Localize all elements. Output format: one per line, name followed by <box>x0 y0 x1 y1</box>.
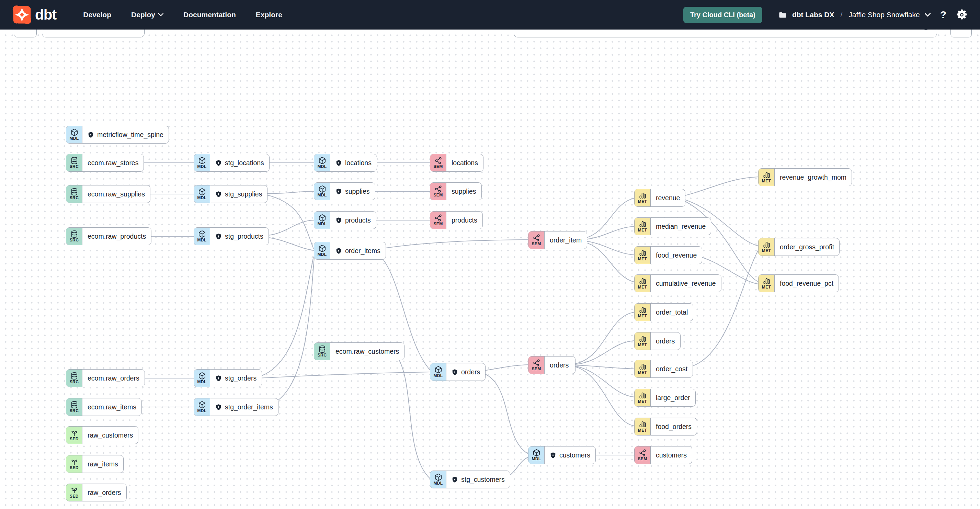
network-icon: SEM <box>528 356 545 374</box>
shield-icon <box>336 188 342 195</box>
graph-node-met-orders[interactable]: METorders <box>634 332 681 350</box>
chevron-down-icon <box>925 13 931 17</box>
node-label: median_revenue <box>656 223 706 231</box>
graph-node-mdl-stg-orders[interactable]: MDLstg_orders <box>194 369 262 387</box>
settings-button[interactable] <box>956 9 968 21</box>
graph-node-mdl-stg-order-items[interactable]: MDLstg_order_items <box>194 398 278 416</box>
lineage-edge <box>583 241 634 255</box>
graph-node-mdl-metricflow-time-spine[interactable]: MDLmetricflow_time_spine <box>66 126 169 143</box>
database-icon: SRC <box>66 398 83 415</box>
graph-node-met-order-total[interactable]: METorder_total <box>634 303 693 321</box>
graph-node-src-ecom-raw-orders[interactable]: SRCecom.raw_orders <box>66 369 145 387</box>
cube-icon: MDL <box>194 398 210 415</box>
node-label: order_cost <box>656 365 687 373</box>
top-navbar: dbt DevelopDeployDocumentationExplore Tr… <box>0 0 980 30</box>
network-icon: SEM <box>430 183 446 200</box>
graph-node-mdl-stg-customers[interactable]: MDLstg_customers <box>430 471 510 488</box>
node-label: ecom.raw_products <box>88 232 146 240</box>
nav-item-develop[interactable]: Develop <box>83 11 111 19</box>
graph-node-src-ecom-raw-supplies[interactable]: SRCecom.raw_supplies <box>66 185 150 203</box>
lineage-edge <box>682 177 758 196</box>
network-icon: SEM <box>430 154 446 172</box>
graph-node-mdl-stg-supplies[interactable]: MDLstg_supplies <box>194 185 267 203</box>
bars-icon: MET <box>635 247 651 264</box>
help-button[interactable]: ? <box>940 9 947 21</box>
graph-node-met-food-revenue-pct[interactable]: METfood_revenue_pct <box>758 274 839 292</box>
graph-node-met-order-cost[interactable]: METorder_cost <box>634 360 693 378</box>
graph-node-src-ecom-raw-items[interactable]: SRCecom.raw_items <box>66 398 142 416</box>
graph-node-sem-products[interactable]: SEMproducts <box>430 211 483 229</box>
cube-icon: MDL <box>314 154 330 172</box>
folder-icon <box>778 10 788 19</box>
node-label: stg_locations <box>225 159 264 167</box>
network-icon: SEM <box>635 447 651 464</box>
shield-icon <box>336 248 342 254</box>
graph-node-met-revenue[interactable]: METrevenue <box>634 189 686 207</box>
shield-icon <box>452 369 458 375</box>
node-label: orders <box>550 361 569 369</box>
network-icon: SEM <box>430 212 446 229</box>
graph-node-mdl-supplies[interactable]: MDLsupplies <box>314 182 375 200</box>
cube-icon: MDL <box>194 154 210 172</box>
project-name: Jaffle Shop Snowflake <box>848 11 920 19</box>
graph-node-sem-supplies[interactable]: SEMsupplies <box>430 182 482 200</box>
lineage-edge <box>576 367 634 426</box>
question-mark-icon: ? <box>940 9 947 21</box>
node-label: locations <box>452 159 478 167</box>
graph-node-sed-raw-items[interactable]: SEDraw_items <box>66 455 124 473</box>
database-icon: SRC <box>314 343 330 360</box>
graph-node-met-order-gross-profit[interactable]: METorder_gross_profit <box>758 238 840 256</box>
graph-node-sem-order-item[interactable]: SEMorder_item <box>528 231 587 249</box>
node-label: ecom.raw_stores <box>88 159 138 167</box>
graph-node-met-food-orders[interactable]: METfood_orders <box>634 418 697 436</box>
node-label: food_orders <box>656 423 692 431</box>
node-label: customers <box>656 451 687 459</box>
node-label: locations <box>345 159 372 167</box>
node-label: ecom.raw_orders <box>88 374 139 382</box>
bars-icon: MET <box>635 360 651 377</box>
graph-node-mdl-stg-products[interactable]: MDLstg_products <box>194 227 269 245</box>
shield-icon <box>336 160 342 166</box>
graph-node-met-large-order[interactable]: METlarge_order <box>634 389 696 407</box>
node-label: stg_supplies <box>225 190 262 198</box>
graph-node-sem-customers[interactable]: SEMcustomers <box>634 446 692 464</box>
graph-node-mdl-products[interactable]: MDLproducts <box>314 211 376 229</box>
graph-node-mdl-stg-locations[interactable]: MDLstg_locations <box>194 154 270 172</box>
graph-node-mdl-orders[interactable]: MDLorders <box>430 363 485 381</box>
graph-node-src-ecom-raw-customers[interactable]: SRCecom.raw_customers <box>314 342 404 360</box>
graph-node-met-cumulative-revenue[interactable]: METcumulative_revenue <box>634 274 721 292</box>
node-label: order_gross_profit <box>780 243 834 251</box>
graph-node-sem-locations[interactable]: SEMlocations <box>430 154 484 172</box>
cube-icon: MDL <box>314 212 330 229</box>
graph-node-met-food-revenue[interactable]: METfood_revenue <box>634 246 702 264</box>
node-label: food_revenue <box>656 251 697 259</box>
database-icon: SRC <box>66 186 83 203</box>
lineage-edge <box>576 341 634 364</box>
graph-node-src-ecom-raw-products[interactable]: SRCecom.raw_products <box>66 227 151 245</box>
try-cloud-cli-button[interactable]: Try Cloud CLI (beta) <box>683 7 762 23</box>
dbt-logo[interactable]: dbt <box>12 5 56 24</box>
nav-item-deploy[interactable]: Deploy <box>131 11 164 19</box>
node-label: order_item <box>550 236 582 244</box>
graph-node-mdl-locations[interactable]: MDLlocations <box>314 154 377 172</box>
graph-node-sed-raw-customers[interactable]: SEDraw_customers <box>66 426 138 444</box>
shield-icon <box>452 476 458 483</box>
nav-item-documentation[interactable]: Documentation <box>183 11 236 19</box>
graph-node-mdl-customers[interactable]: MDLcustomers <box>528 446 596 464</box>
account-project-switcher[interactable]: dbt Labs DX / Jaffle Shop Snowflake <box>778 10 931 19</box>
graph-node-sem-orders[interactable]: SEMorders <box>528 356 576 374</box>
graph-node-src-ecom-raw-stores[interactable]: SRCecom.raw_stores <box>66 154 144 172</box>
shield-icon <box>215 404 222 410</box>
lineage-edge <box>262 237 314 250</box>
graph-node-met-median-revenue[interactable]: METmedian_revenue <box>634 217 711 235</box>
bars-icon: MET <box>635 418 651 435</box>
graph-node-mdl-order-items[interactable]: MDLorder_items <box>314 242 386 260</box>
nav-item-explore[interactable]: Explore <box>256 11 282 19</box>
lineage-edge <box>259 256 313 377</box>
lineage-edge <box>583 198 634 239</box>
lineage-edge <box>484 365 528 371</box>
shield-icon <box>88 132 94 138</box>
bars-icon: MET <box>635 389 651 406</box>
graph-node-met-revenue-growth-mom[interactable]: METrevenue_growth_mom <box>758 168 852 186</box>
graph-node-sed-raw-orders[interactable]: SEDraw_orders <box>66 484 127 501</box>
